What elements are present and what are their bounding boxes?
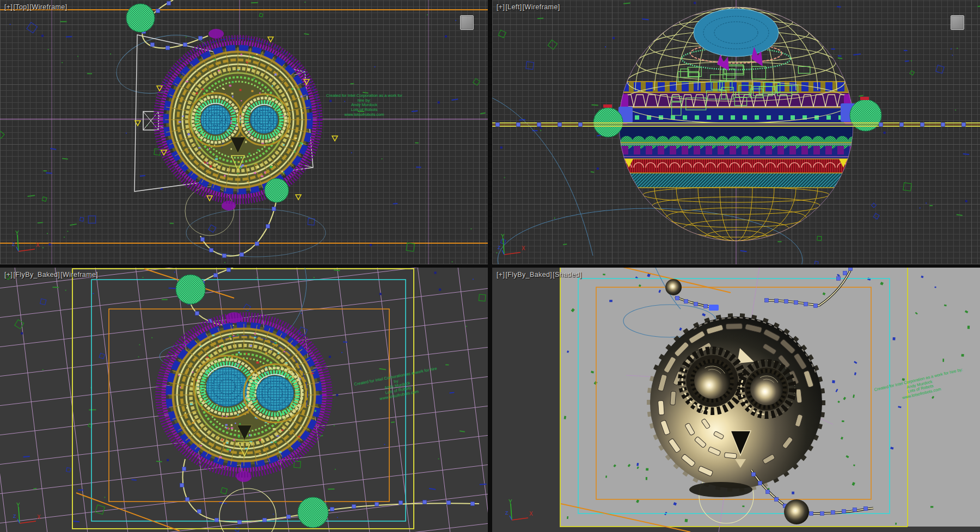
owl-right-eye (238, 94, 290, 145)
small-sphere (784, 499, 809, 524)
viewport-menu-button[interactable]: [+] (497, 3, 505, 11)
viewport-menu-button[interactable]: [+] (4, 271, 13, 279)
view-name-button[interactable]: [Top] (13, 3, 29, 11)
axis-z-label: Z (12, 242, 15, 247)
axis-x-label: X (529, 511, 533, 517)
shading-menu-button[interactable]: [Shaded] (553, 271, 581, 279)
green-particle-sphere (265, 178, 289, 202)
scene-flyby-wireframe[interactable] (0, 268, 488, 532)
green-particle-sphere (176, 275, 205, 304)
scene-top-view[interactable] (0, 0, 488, 264)
viewport-menu-button[interactable]: [+] (4, 3, 13, 11)
green-particle-sphere (298, 497, 328, 528)
axis-z-label: Z (505, 510, 509, 516)
viewport-grid: [+][Top][Wireframe] Created for Intel Co… (0, 0, 980, 532)
small-sphere (665, 279, 682, 295)
axis-x-label: X (36, 242, 40, 248)
watermark-text: Created for Intel Corporation as a work … (326, 94, 403, 117)
view-name-button[interactable]: [FlyBy_Baked] (13, 271, 60, 279)
axis-z-label: Z (498, 245, 501, 250)
viewport-top-right[interactable]: [+][Left][Wireframe] YXZ (492, 0, 980, 264)
owl-ship-wireframe (156, 38, 320, 201)
axis-y-label: Y (16, 503, 20, 508)
view-name-button[interactable]: [Left] (505, 3, 522, 11)
viewcube[interactable] (460, 15, 474, 30)
owl-ship-wireframe (158, 315, 329, 474)
axis-x-label: X (522, 245, 525, 251)
axis-z-label: Z (13, 514, 16, 519)
axis-x-label: X (37, 514, 41, 520)
shading-menu-button[interactable]: [Wireframe] (30, 3, 68, 11)
viewport-label[interactable]: [+][Top][Wireframe] (4, 3, 68, 11)
viewcube[interactable] (951, 15, 964, 30)
owl-ship-side-view (619, 7, 861, 243)
viewport-label[interactable]: [+][Left][Wireframe] (497, 3, 561, 11)
scene-flyby-shaded[interactable] (492, 268, 980, 532)
shading-menu-button[interactable]: [Wireframe] (523, 3, 560, 11)
scene-left-view[interactable] (492, 0, 980, 264)
viewport-top-left[interactable]: [+][Top][Wireframe] Created for Intel Co… (0, 0, 488, 264)
axis-y-label: Y (501, 234, 505, 239)
viewport-label[interactable]: [+][FlyBy_Baked][Wireframe] (4, 271, 99, 279)
shading-menu-button[interactable]: [Wireframe] (60, 271, 98, 279)
axis-y-label: Y (509, 499, 512, 505)
viewport-label[interactable]: [+][FlyBy_Baked][Shaded] (497, 271, 583, 279)
viewport-bottom-left[interactable]: [+][FlyBy_Baked][Wireframe] Created for … (0, 268, 488, 532)
axis-y-label: Y (15, 231, 19, 236)
green-particle-sphere (126, 4, 155, 32)
viewport-bottom-right[interactable]: [+][FlyBy_Baked][Shaded] Created for Int… (492, 268, 980, 532)
view-name-button[interactable]: [FlyBy_Baked] (505, 271, 552, 279)
viewport-menu-button[interactable]: [+] (497, 271, 505, 279)
